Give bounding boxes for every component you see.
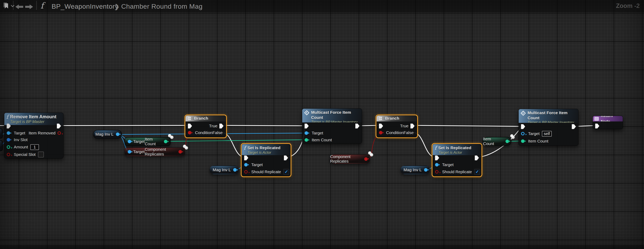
offscreen-node-fragment[interactable] [0,140,3,151]
target-pin[interactable] [521,132,524,136]
node-set-is-replicated-2[interactable]: f Set Is Replicated Target is Actor Comp… [432,144,482,176]
exec-in-pin[interactable] [521,124,525,129]
function-graph-icon: f [40,2,44,10]
multicast-event-icon [521,110,526,116]
should-replicate-pin[interactable] [435,170,438,174]
node-multicast-force-item-count-1[interactable]: Multicast Force Item Count Target is BP … [302,108,362,144]
variable-label: Mag Inv L [96,132,114,136]
wire-green-getitemcount-to-multicast1 [166,140,304,141]
node-title: Branch [385,116,399,121]
breadcrumb-current: Chamber Round from Mag [121,2,203,10]
special-slot-pin[interactable] [7,153,10,156]
node-get-item-count[interactable]: Target Item Count [124,137,170,146]
amount-pin[interactable] [7,145,10,149]
node-title: Multicast Force Item Count [311,110,360,120]
item-count-pin[interactable] [521,139,524,143]
node-item-count-get[interactable]: Item Count [483,137,512,146]
pin-label: True [209,124,218,128]
reroute-knot[interactable] [370,153,373,156]
target-pin[interactable] [435,163,438,166]
pin-label: Target [312,131,323,136]
target-pin[interactable] [244,163,248,166]
item-count-out-pin[interactable] [506,140,509,143]
exec-in-pin[interactable] [595,124,599,128]
target-pin[interactable] [7,131,10,135]
target-pin[interactable] [128,150,131,154]
variable-label: Mag Inv L [213,168,231,172]
exec-out-pin[interactable] [475,156,479,160]
item-removed-pin[interactable] [58,131,61,135]
breadcrumb-root[interactable]: BP_WeaponInventory [52,2,118,10]
exec-in-pin[interactable] [7,124,11,128]
should-replicate-pin[interactable] [244,170,248,174]
exec-out-pin[interactable] [284,156,288,160]
exec-in-pin[interactable] [188,124,192,128]
variable-label: Mag Inv L [404,168,422,172]
wire-exec-branch2-true-to-multicast2 [413,126,520,126]
offscreen-node-fragment[interactable] [0,128,3,138]
node-header: f Set Is Replicated Target is Actor Comp… [433,144,481,155]
exec-in-pin[interactable] [379,124,383,128]
exec-out-pin[interactable] [57,124,61,128]
reroute-knot[interactable] [512,136,515,139]
pin-label: True [400,124,408,128]
node-title: Return Node [601,116,621,122]
node-branch-1[interactable]: Branch True Condition False [185,115,226,138]
blueprint-graph-canvas[interactable]: f BP_WeaponInventory ❯ Chamber Round fro… [0,0,644,249]
condition-pin[interactable] [188,131,192,134]
exec-out-pin[interactable] [355,124,360,128]
component-replicates-out-pin[interactable] [178,150,182,154]
pin-label: Target [251,162,263,167]
exec-in-pin[interactable] [304,124,309,128]
node-header: Return Node [593,116,623,122]
node-header: Multicast Force Item Count Target is BP … [302,109,362,122]
inv-slot-pin[interactable] [7,138,10,142]
node-mag-inv-l-get[interactable]: Mag Inv L [93,130,122,138]
component-replicates-out-pin[interactable] [364,157,368,161]
branch-icon [378,116,383,120]
pin-label: Target [528,131,540,136]
node-set-is-replicated-1[interactable]: f Set Is Replicated Target is Actor Comp… [242,144,290,176]
wire-exec-branch1-true-to-multicast1 [222,126,304,126]
function-icon: f [6,114,8,120]
should-replicate-checkbox[interactable]: ✓ [283,169,289,175]
node-remove-item-amount[interactable]: f Remove Item Amount Target is BP Master… [4,112,64,158]
true-exec-pin[interactable] [220,124,224,128]
should-replicate-checkbox[interactable]: ✓ [474,169,480,175]
node-subtitle: Target is Actor Component [438,150,479,155]
pin-label: Item Removed [28,131,56,136]
node-return[interactable]: Return Node [593,116,623,129]
bookmarks-button[interactable] [4,2,10,9]
item-count-pin[interactable] [304,138,308,142]
exec-out-pin[interactable] [572,124,576,129]
node-branch-2[interactable]: Branch True Condition False [376,115,417,138]
target-self-input[interactable]: self [542,131,552,136]
pin-label: Target [442,162,454,167]
mag-inv-l-out-pin[interactable] [233,168,237,172]
item-count-out-pin[interactable] [164,140,168,143]
mag-inv-l-out-pin[interactable] [424,168,428,172]
result-node-icon [594,117,599,121]
toolbar-separator [36,1,37,10]
true-exec-pin[interactable] [410,124,414,128]
reroute-knot[interactable] [170,136,174,139]
node-mag-inv-l-get[interactable]: Mag Inv L [210,166,239,174]
pin-label: False [212,130,222,135]
node-get-component-replicates[interactable]: Target Component Replicates [124,148,185,156]
exec-in-pin[interactable] [244,156,248,160]
special-slot-checkbox[interactable] [38,152,44,158]
reroute-knot[interactable] [185,146,188,150]
breadcrumb-separator-icon: ❯ [114,3,120,10]
pin-label: Target [14,131,25,136]
condition-pin[interactable] [379,131,382,134]
exec-in-pin[interactable] [435,156,439,160]
node-multicast-force-item-count-2[interactable]: Multicast Force Item Count Target is BP … [518,109,578,146]
mag-inv-l-out-pin[interactable] [116,132,120,136]
amount-input[interactable]: 1 [30,144,39,150]
node-mag-inv-l-get[interactable]: Mag Inv L [400,166,430,174]
target-pin[interactable] [128,140,131,143]
bookmarks-dropdown-button[interactable] [11,5,14,8]
target-pin[interactable] [304,131,308,135]
node-title: Branch [194,116,208,121]
node-component-replicates-get[interactable]: Component Replicates [330,154,370,164]
